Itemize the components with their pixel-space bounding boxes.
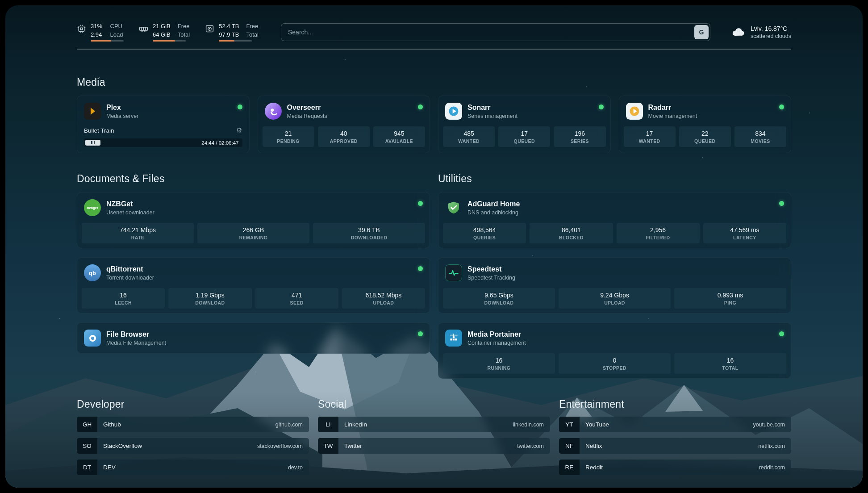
service-card-adguard[interactable]: AdGuard Home DNS and adblocking 498,564 …	[438, 192, 791, 248]
bookmarks-social: Social LI LinkedIn linkedin.com TW Twitt…	[318, 398, 550, 481]
bookmark-reddit[interactable]: RE Reddit reddit.com	[559, 460, 791, 475]
speedtest-icon	[445, 264, 462, 281]
service-name: File Browser	[106, 330, 166, 338]
bookmark-url: netflix.com	[758, 443, 785, 449]
service-desc: Container management	[467, 340, 526, 346]
topbar-divider	[77, 49, 791, 50]
playback-progress-bar[interactable]: 24:44 / 02:06:47	[84, 138, 242, 147]
bookmark-url: reddit.com	[759, 464, 785, 471]
section-documents: Documents & Files nzbget NZBGet Usenet d…	[77, 173, 430, 379]
status-dot	[779, 201, 784, 206]
service-desc: Media File Management	[106, 340, 166, 346]
cpu-progress-bar	[91, 40, 124, 42]
stat-stopped: 0 STOPPED	[559, 353, 671, 374]
section-title-social: Social	[318, 398, 550, 410]
bookmark-url: dev.to	[288, 464, 303, 471]
dashboard-window: 31% CPU 2.94 Load 21 GiB Free 64	[5, 5, 863, 488]
bookmark-name: Netflix	[585, 443, 602, 449]
cloud-icon	[731, 25, 745, 39]
stat-total: 16 TOTAL	[674, 353, 786, 374]
service-desc: Media Requests	[287, 113, 327, 119]
stat-approved: 40 APPROVED	[318, 126, 370, 147]
disk-widget: 52.4 TB Free 97.9 TB Total	[205, 22, 259, 42]
bookmark-url: twitter.com	[517, 443, 544, 449]
bookmark-dev[interactable]: DT DEV dev.to	[77, 460, 309, 475]
overseerr-icon	[265, 103, 282, 120]
settings-gear-icon[interactable]: ⚙	[236, 126, 242, 134]
status-dot	[238, 104, 242, 109]
stat-seed: 471 SEED	[255, 288, 338, 309]
bookmark-abbr: RE	[559, 460, 580, 475]
stat-upload: 618.52 Mbps UPLOAD	[342, 288, 425, 309]
status-dot	[418, 104, 423, 109]
service-desc: Speedtest Tracking	[467, 275, 515, 281]
bookmark-abbr: GH	[77, 417, 97, 432]
disk-progress-fill	[219, 40, 234, 42]
search-input[interactable]	[281, 23, 710, 41]
bookmarks-developer: Developer GH Github github.com SO StackO…	[77, 398, 309, 481]
bookmark-stackoverflow[interactable]: SO StackOverflow stackoverflow.com	[77, 438, 309, 454]
service-card-speedtest[interactable]: Speedtest Speedtest Tracking 9.65 Gbps D…	[438, 257, 791, 313]
stat-series: 196 SERIES	[554, 126, 605, 147]
disk-progress-bar	[219, 40, 252, 42]
service-name: Speedtest	[467, 265, 515, 273]
bookmark-abbr: TW	[318, 438, 338, 454]
service-name: Media Portainer	[467, 330, 526, 338]
service-card-overseerr[interactable]: Overseerr Media Requests 21 PENDING 40 A…	[258, 96, 430, 153]
status-dot	[418, 331, 423, 336]
bookmark-name: Twitter	[344, 443, 362, 449]
bookmark-youtube[interactable]: YT YouTube youtube.com	[559, 417, 791, 432]
bookmark-github[interactable]: GH Github github.com	[77, 417, 309, 432]
bookmark-abbr: NF	[559, 438, 580, 454]
memory-free-label: Free	[178, 22, 190, 30]
bookmark-abbr: YT	[559, 417, 580, 432]
bookmark-name: Github	[103, 421, 121, 428]
cpu-load-value: 2.94	[91, 31, 103, 39]
cpu-progress-fill	[91, 40, 111, 42]
pause-button[interactable]	[85, 140, 100, 146]
service-name: Sonarr	[467, 104, 517, 112]
top-bar: 31% CPU 2.94 Load 21 GiB Free 64	[77, 5, 791, 42]
stat-wanted: 485 WANTED	[443, 126, 495, 147]
bookmark-twitter[interactable]: TW Twitter twitter.com	[318, 438, 550, 454]
stat-blocked: 86,401 BLOCKED	[530, 223, 613, 243]
disk-total-label: Total	[246, 31, 259, 39]
stat-pending: 21 PENDING	[263, 126, 314, 147]
section-title-documents: Documents & Files	[77, 173, 430, 185]
cpu-usage-label: CPU	[110, 22, 124, 30]
service-desc: DNS and adblocking	[467, 209, 520, 216]
memory-progress-fill	[153, 40, 175, 42]
service-card-plex[interactable]: Plex Media server Bullet Train ⚙ 24:44 /…	[77, 96, 250, 153]
now-playing-title: Bullet Train	[84, 127, 114, 134]
cpu-widget: 31% CPU 2.94 Load	[77, 22, 124, 42]
service-desc: Media server	[106, 113, 138, 119]
memory-free-value: 21 GiB	[153, 22, 171, 30]
section-media: Media Plex Media server	[77, 76, 791, 153]
status-dot	[599, 104, 604, 109]
bookmark-name: LinkedIn	[344, 421, 367, 428]
service-name: Radarr	[648, 104, 697, 112]
bookmark-url: github.com	[275, 422, 303, 428]
weather-widget: Lviv, 16.87°C scattered clouds	[731, 25, 791, 39]
search-provider-button[interactable]: G	[694, 25, 709, 39]
section-title-media: Media	[77, 76, 791, 88]
disk-total-value: 97.9 TB	[219, 31, 239, 39]
service-card-sonarr[interactable]: Sonarr Series management 485 WANTED 17 Q…	[438, 96, 611, 153]
stat-downloaded: 39.6 TB DOWNLOADED	[313, 223, 425, 243]
service-card-qbittorrent[interactable]: qb qBittorrent Torrent downloader 16 LEE…	[77, 257, 430, 313]
service-card-nzbget[interactable]: nzbget NZBGet Usenet downloader 744.21 M…	[77, 192, 430, 248]
service-card-radarr[interactable]: Radarr Movie management 17 WANTED 22 QUE…	[619, 96, 792, 153]
bookmark-netflix[interactable]: NF Netflix netflix.com	[559, 438, 791, 454]
memory-progress-bar	[153, 40, 186, 42]
service-card-portainer[interactable]: Media Portainer Container management 16 …	[438, 322, 791, 379]
stat-latency: 47.569 ms LATENCY	[703, 223, 786, 243]
status-dot	[418, 201, 423, 206]
sonarr-icon	[445, 103, 462, 120]
stat-rate: 744.21 Mbps RATE	[82, 223, 194, 243]
filebrowser-icon	[84, 330, 101, 347]
bookmark-linkedin[interactable]: LI LinkedIn linkedin.com	[318, 417, 550, 432]
service-card-filebrowser[interactable]: File Browser Media File Management	[77, 322, 430, 354]
radarr-icon	[626, 103, 643, 120]
service-name: Plex	[106, 104, 138, 112]
service-desc: Torrent downloader	[106, 275, 154, 281]
